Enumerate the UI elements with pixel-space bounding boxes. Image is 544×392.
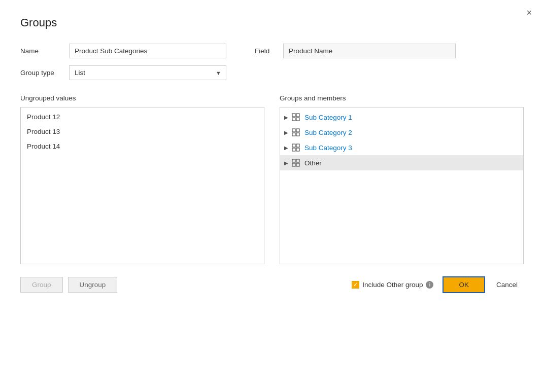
ungrouped-column: Ungrouped values Product 12 Product 13 P…	[20, 94, 264, 264]
group-button[interactable]: Group	[20, 277, 63, 293]
svg-rect-4	[292, 129, 295, 132]
ungroup-button[interactable]: Ungroup	[68, 277, 118, 293]
svg-rect-12	[292, 159, 295, 162]
footer-right: Include Other group i OK Cancel	[352, 276, 524, 293]
name-input[interactable]	[69, 44, 226, 58]
grid-icon	[292, 159, 300, 167]
list-item[interactable]: Product 13	[21, 124, 264, 139]
tree-item-sub2[interactable]: ▶ Sub Category 2	[280, 125, 523, 140]
expand-arrow-icon: ▶	[284, 130, 288, 135]
expand-arrow-icon: ▶	[284, 115, 288, 120]
group-type-row: Group type List Bin ▼	[20, 65, 524, 80]
svg-rect-5	[296, 129, 299, 132]
tree-item-label: Sub Category 1	[304, 114, 352, 121]
info-icon[interactable]: i	[426, 281, 433, 289]
svg-rect-10	[292, 148, 295, 151]
svg-rect-13	[296, 159, 299, 162]
svg-rect-3	[296, 118, 299, 121]
tree-item-label: Sub Category 2	[304, 129, 352, 136]
cancel-button[interactable]: Cancel	[490, 277, 524, 292]
dialog-buttons: OK Cancel	[443, 276, 524, 293]
tree-item-sub1[interactable]: ▶ Sub Category 1	[280, 110, 523, 125]
tree-item-other[interactable]: ▶ Other	[280, 155, 523, 170]
list-item[interactable]: Product 12	[21, 110, 264, 124]
svg-rect-14	[292, 163, 295, 166]
include-other-label: Include Other group	[362, 281, 423, 289]
name-row: Name Field Product Name	[20, 44, 524, 58]
group-type-select-wrapper: List Bin ▼	[69, 65, 226, 80]
field-label: Field	[255, 47, 275, 55]
svg-rect-6	[292, 133, 295, 136]
include-other-group: Include Other group i	[352, 281, 433, 289]
grid-icon	[292, 128, 300, 136]
footer-left: Group Ungroup	[20, 277, 117, 293]
group-type-label: Group type	[20, 69, 61, 77]
close-button[interactable]: ×	[523, 7, 535, 18]
svg-rect-11	[296, 148, 299, 151]
ungrouped-list[interactable]: Product 12 Product 13 Product 14	[20, 107, 264, 264]
svg-rect-2	[292, 118, 295, 121]
svg-rect-9	[296, 144, 299, 147]
group-type-select[interactable]: List Bin	[69, 65, 226, 80]
grid-icon	[292, 144, 300, 152]
tree-item-sub3[interactable]: ▶ Sub Category 3	[280, 140, 523, 155]
columns-area: Ungrouped values Product 12 Product 13 P…	[20, 94, 524, 264]
expand-arrow-icon: ▶	[284, 145, 288, 151]
tree-item-label: Other	[304, 159, 322, 167]
footer-row: Group Ungroup Include Other group i OK C…	[20, 276, 524, 293]
svg-rect-15	[296, 163, 299, 166]
expand-arrow-icon: ▶	[284, 160, 288, 166]
svg-rect-1	[296, 114, 299, 117]
groups-dialog: × Groups Name Field Product Name Group t…	[0, 0, 544, 392]
groups-title: Groups and members	[280, 94, 524, 102]
include-other-checkbox[interactable]	[352, 281, 359, 289]
svg-rect-0	[292, 114, 295, 117]
groups-column: Groups and members ▶ Sub Category 1 ▶	[280, 94, 524, 264]
ungrouped-title: Ungrouped values	[20, 94, 264, 102]
svg-rect-7	[296, 133, 299, 136]
name-label: Name	[20, 47, 61, 55]
grid-icon	[292, 113, 300, 121]
svg-rect-8	[292, 144, 295, 147]
field-value: Product Name	[283, 44, 456, 58]
ok-button[interactable]: OK	[443, 276, 485, 293]
list-item[interactable]: Product 14	[21, 139, 264, 154]
tree-item-label: Sub Category 3	[304, 144, 352, 152]
dialog-title: Groups	[20, 16, 524, 29]
groups-list[interactable]: ▶ Sub Category 1 ▶	[280, 107, 524, 264]
